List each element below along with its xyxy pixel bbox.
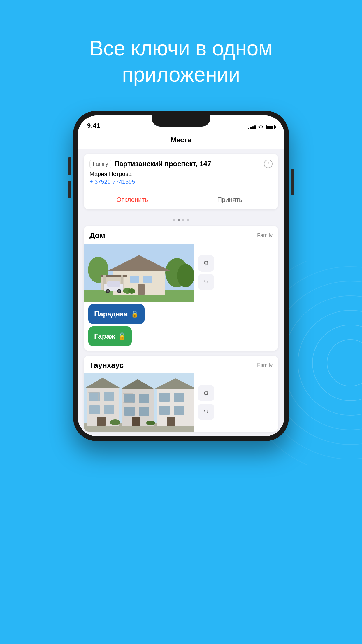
- svg-point-3: [283, 296, 362, 430]
- svg-rect-43: [139, 407, 149, 416]
- svg-point-55: [146, 421, 155, 425]
- page-title: Места: [171, 136, 191, 144]
- dot-3: [182, 219, 184, 221]
- svg-rect-36: [104, 405, 114, 414]
- dot-1: [173, 219, 175, 221]
- location-townhouse: Таунхаус Family: [84, 356, 278, 432]
- dot-4: [187, 219, 189, 221]
- entrance-label: Парадная: [94, 310, 128, 318]
- svg-rect-20: [138, 284, 145, 295]
- lock-open-icon: 🔓: [118, 332, 126, 340]
- location-family-dom: Family: [257, 232, 273, 239]
- svg-rect-22: [107, 281, 120, 287]
- garage-button[interactable]: Гараж 🔓: [88, 326, 132, 346]
- svg-rect-49: [159, 406, 170, 415]
- lock-closed-icon: 🔒: [131, 310, 139, 318]
- location-dom: Дом Family: [84, 226, 278, 351]
- invite-card: Family Партизанский проспект, 147 i Мари…: [84, 154, 278, 209]
- svg-rect-41: [139, 394, 149, 402]
- garage-label: Гараж: [94, 332, 115, 340]
- location-image-townhouse: [84, 373, 194, 432]
- svg-rect-50: [174, 406, 184, 415]
- svg-rect-51: [167, 416, 175, 426]
- power-button: [291, 169, 294, 195]
- svg-point-24: [107, 290, 109, 292]
- info-icon[interactable]: i: [264, 160, 273, 168]
- accept-button[interactable]: Принять: [181, 190, 279, 209]
- share-button-townhouse[interactable]: ↪: [198, 404, 214, 420]
- location-title-townhouse: Таунхаус: [89, 361, 124, 370]
- svg-point-10: [177, 264, 194, 287]
- pagination-dots: [84, 215, 278, 222]
- share-icon-townhouse: ↪: [203, 408, 209, 416]
- settings-button-townhouse[interactable]: ⚙: [198, 385, 214, 401]
- hero-title: Все ключи в одном приложении: [89, 35, 273, 88]
- svg-rect-47: [159, 393, 170, 402]
- svg-rect-42: [124, 407, 135, 416]
- decline-button[interactable]: Отклонить: [84, 190, 181, 209]
- svg-point-26: [118, 290, 120, 292]
- invite-actions: Отклонить Принять: [84, 190, 278, 209]
- svg-rect-18: [130, 276, 139, 283]
- nav-bar: Места: [78, 132, 284, 149]
- location-family-townhouse: Family: [257, 362, 273, 368]
- invite-address: Партизанский проспект, 147: [114, 160, 211, 168]
- svg-point-54: [110, 419, 120, 425]
- dot-2: [178, 219, 180, 221]
- svg-rect-35: [89, 405, 100, 414]
- phone-notch: [152, 116, 210, 127]
- entrance-button[interactable]: Парадная 🔒: [88, 304, 145, 324]
- volume-down-button: [68, 181, 71, 198]
- svg-point-0: [327, 340, 362, 386]
- location-actions-dom: ⚙ ↪: [194, 244, 278, 302]
- svg-point-1: [312, 325, 362, 401]
- family-badge: Family: [89, 160, 111, 168]
- location-title-dom: Дом: [89, 231, 105, 240]
- status-icons: [248, 125, 275, 130]
- gear-icon: ⚙: [203, 260, 209, 267]
- location-actions-townhouse: ⚙ ↪: [194, 373, 278, 432]
- svg-point-28: [128, 288, 135, 294]
- wifi-icon: [258, 125, 264, 130]
- gear-icon-townhouse: ⚙: [203, 389, 209, 397]
- invite-phone[interactable]: + 37529 7741595: [89, 178, 273, 185]
- location-image-dom: [84, 244, 194, 302]
- svg-rect-19: [143, 276, 152, 283]
- svg-rect-34: [104, 392, 114, 401]
- settings-button-dom[interactable]: ⚙: [198, 255, 214, 272]
- status-time: 9:41: [87, 122, 100, 130]
- phone-mockup: 9:41: [73, 111, 289, 441]
- svg-rect-44: [132, 416, 140, 426]
- battery-icon: [266, 125, 275, 130]
- svg-rect-37: [97, 416, 106, 426]
- share-button-dom[interactable]: ↪: [198, 274, 214, 290]
- invite-name: Мария Петрова: [89, 171, 273, 177]
- svg-point-2: [298, 310, 362, 415]
- svg-rect-48: [174, 393, 184, 402]
- share-icon: ↪: [203, 278, 209, 286]
- volume-up-button: [68, 158, 71, 175]
- signal-icon: [248, 125, 256, 130]
- app-content: Family Партизанский проспект, 147 i Мари…: [78, 149, 284, 436]
